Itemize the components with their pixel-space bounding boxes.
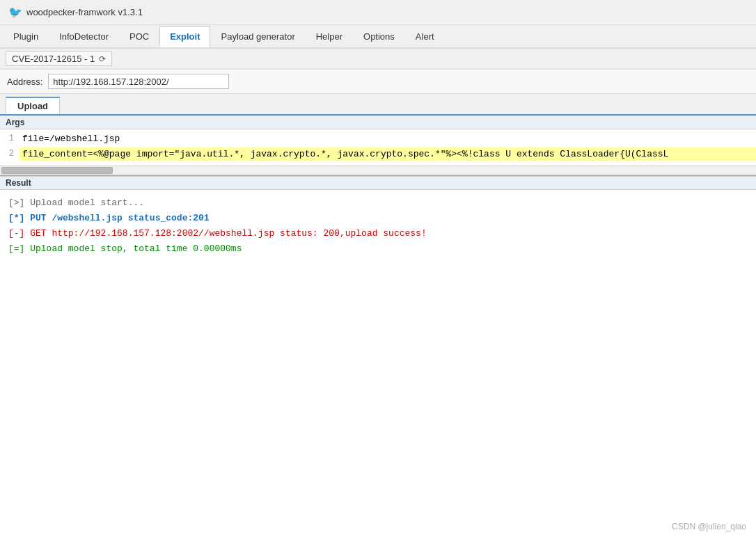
line-number: 1 xyxy=(0,132,19,143)
menu-item-options[interactable]: Options xyxy=(353,26,405,47)
horizontal-scrollbar[interactable] xyxy=(0,166,756,175)
result-header: Result xyxy=(0,176,756,190)
result-line: [*] PUT /webshell.jsp status_code:201 xyxy=(8,211,748,226)
menu-bar: PluginInfoDetectorPOCExploitPayload gene… xyxy=(0,25,756,49)
result-line: [-] GET http://192.168.157.128:2002//web… xyxy=(8,226,748,241)
args-header: Args xyxy=(0,115,756,129)
reload-icon[interactable]: ⟳ xyxy=(99,54,106,64)
line-number: 2 xyxy=(0,147,19,159)
line-content: file=/webshell.jsp xyxy=(19,132,756,145)
address-bar: Address: xyxy=(0,70,756,94)
watermark: CSDN @julien_qiao xyxy=(672,522,746,531)
cve-tab[interactable]: CVE-2017-12615 - 1 ⟳ xyxy=(6,51,112,66)
address-label: Address: xyxy=(7,77,42,87)
code-line: 1file=/webshell.jsp xyxy=(0,132,756,147)
app-icon: 🐦 xyxy=(8,6,22,19)
app-title: woodpecker-framwork v1.3.1 xyxy=(26,7,143,17)
menu-item-payload-generator[interactable]: Payload generator xyxy=(210,26,305,47)
title-bar: 🐦 woodpecker-framwork v1.3.1 xyxy=(0,0,756,25)
menu-item-poc[interactable]: POC xyxy=(119,26,159,47)
cve-bar: CVE-2017-12615 - 1 ⟳ xyxy=(0,49,756,70)
cve-tab-label: CVE-2017-12615 - 1 xyxy=(12,54,95,64)
menu-item-exploit[interactable]: Exploit xyxy=(159,26,210,47)
result-line: [=] Upload model stop, total time 0.0000… xyxy=(8,241,748,257)
code-line: 2file_content=<%@page import="java.util.… xyxy=(0,147,756,163)
args-code: 1file=/webshell.jsp2file_content=<%@page… xyxy=(0,129,756,166)
sub-tab-upload[interactable]: Upload xyxy=(6,97,60,114)
result-content: [>] Upload model start...[*] PUT /webshe… xyxy=(0,190,756,262)
args-section: Args 1file=/webshell.jsp2file_content=<%… xyxy=(0,115,756,176)
scroll-thumb[interactable] xyxy=(1,167,113,174)
line-content: file_content=<%@page import="java.util.*… xyxy=(19,147,756,161)
result-section: Result [>] Upload model start...[*] PUT … xyxy=(0,176,756,537)
menu-item-helper[interactable]: Helper xyxy=(306,26,353,47)
address-input[interactable] xyxy=(48,74,229,89)
sub-tab-bar: Upload xyxy=(0,94,756,115)
menu-item-alert[interactable]: Alert xyxy=(405,26,445,47)
menu-item-infodetector[interactable]: InfoDetector xyxy=(49,26,119,47)
menu-item-plugin[interactable]: Plugin xyxy=(3,26,49,47)
result-line: [>] Upload model start... xyxy=(8,195,748,211)
